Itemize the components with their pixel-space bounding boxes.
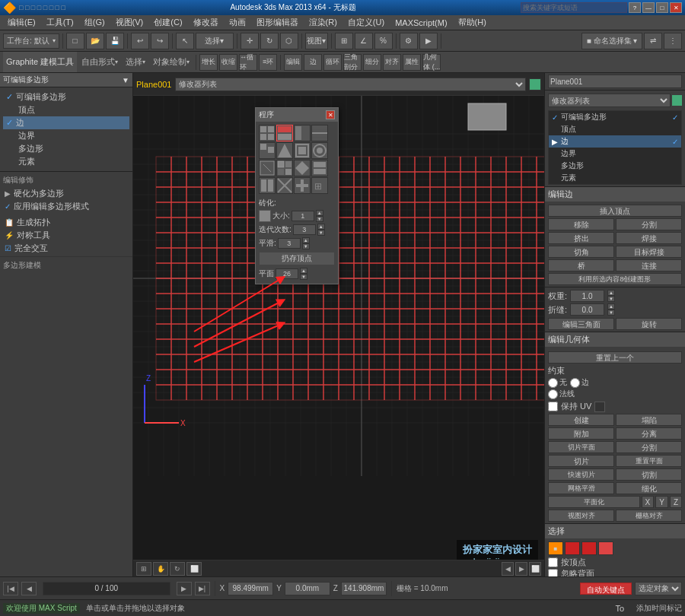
divide-edge-btn[interactable]: 分割 [616,218,682,230]
apply-edit-btn[interactable]: ✓ 应用编辑多边形模式 [3,200,129,213]
element-list-item[interactable]: 元素 [549,172,681,184]
plane-up-btn[interactable]: ▲ [300,268,307,274]
menu-item-modifier[interactable]: 修改器 [189,15,223,30]
menu-item-tools[interactable]: 工具(T) [42,15,78,30]
connect-btn[interactable]: 连接 [616,259,682,271]
full-interact-btn[interactable]: ☑ 完全交互 [3,242,129,255]
help-btn[interactable]: ? [629,2,641,13]
loop-toolbar[interactable]: ↔循环 [239,54,257,71]
angle-snap-btn[interactable]: ∠ [355,33,373,49]
size-input[interactable] [292,211,314,221]
vp-icon1[interactable]: ◀ [502,562,514,576]
repeat-btn[interactable]: 重置上一个 [548,351,682,364]
edge-list-item[interactable]: ▶ 边 ✓ [549,135,681,148]
pattern-cell-8[interactable] [311,142,328,159]
gen-topo-btn[interactable]: 📋 生成拓扑 [3,216,129,229]
mod-color-btn[interactable] [672,95,682,106]
smooth-input[interactable] [278,238,301,249]
render-setup-btn[interactable]: ⚙ [400,33,418,49]
pattern-cell-6[interactable] [276,142,293,159]
pattern-cell-15[interactable] [294,177,311,194]
shrink-toolbar[interactable]: 收缩 [219,54,237,71]
y-coord-input[interactable] [285,582,330,595]
pattern-cell-14[interactable] [276,177,293,194]
scale-snap-btn[interactable]: % [374,33,393,49]
snap-btn[interactable]: ⊞ [335,33,353,49]
iter-input[interactable] [293,224,316,235]
array-btn[interactable]: ⋮ [664,33,682,49]
size-down-btn[interactable]: ▼ [316,216,323,222]
workspace-dropdown[interactable]: 工作台: 默认 [3,33,59,49]
window-controls[interactable]: ? — □ ✕ [521,2,682,13]
time-back-btn[interactable]: ◀ [21,582,37,595]
plane-input[interactable] [276,268,298,279]
remove-btn[interactable]: 移除 [548,218,614,230]
vp-icon2[interactable]: ▶ [515,562,527,576]
polygon-item[interactable]: 多边形 [3,142,129,155]
y-btn[interactable]: Y [655,496,668,508]
scale-btn[interactable]: ⬡ [280,33,298,49]
menu-item-create[interactable]: 创建(C) [149,15,186,30]
move-btn[interactable]: ✛ [241,33,259,49]
chamfer-btn[interactable]: 切角 [548,246,614,258]
select-btn[interactable]: ↖ [176,33,194,49]
border-list-item[interactable]: 边界 [549,148,681,160]
element-item[interactable]: 元素 [3,155,129,168]
view-align-btn[interactable]: 视图对齐 [548,510,614,522]
select-color4[interactable] [598,541,613,555]
weld-btn[interactable]: 焊接 [616,232,682,244]
time-fwd-btn[interactable]: ▶ [177,582,192,595]
minimize-btn[interactable]: — [642,2,655,13]
select-filter-btn[interactable]: 选择▾ [196,33,234,49]
grow-toolbar[interactable]: 增长 [199,54,218,71]
pattern-cell-12[interactable] [311,160,328,176]
quick-slice-btn[interactable]: 快速切片 [548,468,614,481]
pattern-cell-5[interactable] [259,142,276,159]
select-color3[interactable] [581,541,597,555]
new-btn[interactable]: □ [66,33,84,49]
vp-icon3[interactable]: ⬜ [529,562,541,576]
collapse-btn[interactable]: 塌陷 [616,414,682,426]
time-prev-btn[interactable]: |◀ [3,582,18,595]
vp-orbit-btn[interactable]: ↻ [170,562,185,576]
z-coord-input[interactable] [341,582,387,595]
object-paint-btn[interactable]: 对象绘制 [150,56,193,68]
vp-zoom-btn[interactable]: ⊞ [136,562,151,576]
extrude-btn[interactable]: 挤出 [548,232,614,244]
named-select-btn[interactable]: ■ 命名选择集 ▾ [581,33,642,49]
menu-item-edit[interactable]: 编辑(E) [3,15,40,30]
menu-item-view[interactable]: 视图(V) [111,15,148,30]
menu-item-graph-editor[interactable]: 图形编辑器 [252,15,303,30]
vp-pan-btn[interactable]: ✋ [153,562,168,576]
smooth-down-btn[interactable]: ▼ [302,243,310,249]
create-shape-btn[interactable]: 利用所选内容8创建图形 [548,273,682,285]
pattern-cell-11[interactable] [294,160,311,176]
edge-radio[interactable] [570,378,580,388]
ring-toolbar[interactable]: ≡环 [259,54,277,71]
menu-item-group[interactable]: 组(G) [80,15,110,30]
weight-down[interactable]: ▼ [607,296,615,302]
attach-btn[interactable]: 附加 [548,427,614,440]
rotate-tri-btn[interactable]: 旋转 [616,318,682,330]
none-radio[interactable] [548,378,558,388]
z-btn[interactable]: Z [670,496,682,508]
pattern-cell-16[interactable]: ⊞ [311,177,328,194]
save-verts-btn[interactable]: 扔存顶点 [259,252,335,265]
pattern-cell-2[interactable] [276,125,293,141]
slice-plane-btn[interactable]: 切片平面 [548,441,614,453]
edge-option[interactable]: 边 [570,377,589,388]
slice-btn[interactable]: 切片 [548,455,614,467]
time-next-btn[interactable]: ▶| [195,582,210,595]
reference-btn[interactable]: 视图▾ [305,33,328,49]
progress-bar[interactable]: 0 / 100 [43,582,170,595]
close-btn[interactable]: ✕ [670,2,682,13]
crease-up[interactable]: ▲ [607,303,615,310]
preserve-uv-checkbox[interactable] [548,402,558,411]
select-btn2[interactable]: 选择 [123,56,148,68]
detach-btn[interactable]: 分离 [616,427,682,440]
crease-down[interactable]: ▼ [607,310,615,316]
modifier-list-dropdown[interactable]: 修改器列表 [548,94,671,107]
weight-up[interactable]: ▲ [607,290,615,296]
pattern-cell-3[interactable] [294,125,311,141]
by-vertex-checkbox[interactable] [548,557,558,567]
